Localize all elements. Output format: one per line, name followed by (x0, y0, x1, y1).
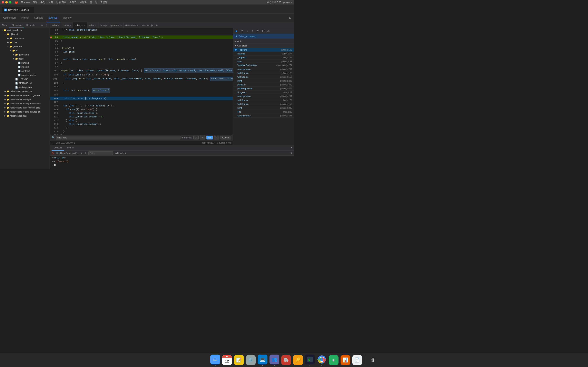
tree-generators[interactable]: ▶ 📁 generators (0, 53, 50, 57)
tree-generator[interactable]: ▼ 📁 generator (0, 44, 50, 49)
breakpoint-area-90[interactable] (50, 36, 52, 38)
menu-chrome[interactable]: Chrome (21, 1, 30, 4)
source-tab-base[interactable]: base.js (98, 22, 109, 28)
code-line-100[interactable]: 100 if (this._map && str[0] !== "\\n") { (50, 73, 233, 77)
prev-match-button[interactable]: ∧ (193, 136, 199, 140)
call-stack-item-5[interactable]: (anonymous) printer.js:287 (233, 67, 294, 71)
tree-helper-binary[interactable]: ▶ 📁 helper-builder-binary-assignment-... (0, 93, 50, 98)
call-stack-item-9[interactable]: printJoin printer.js:350 (233, 83, 294, 87)
tab-console[interactable]: Console (32, 13, 45, 22)
eye-icon[interactable]: 👁 (85, 152, 87, 154)
step-into-button[interactable]: ↓ (245, 29, 249, 33)
code-line-104[interactable]: 104 this._buf.push(str);str = "const" (50, 89, 233, 93)
code-editor[interactable]: 88 } = this._sourcePosition; 89 (50, 28, 233, 145)
breakpoint-area-107[interactable] (50, 100, 52, 104)
code-line-92[interactable]: 92 (50, 43, 233, 47)
bottom-tab-search[interactable]: Search (65, 145, 76, 151)
deactivate-breakpoints-button[interactable]: ⬡ (261, 29, 265, 33)
code-line-94[interactable]: 94 let item; (50, 50, 233, 54)
next-match-button[interactable]: ∨ (200, 136, 205, 140)
breakpoint-area-110[interactable] (50, 111, 52, 115)
breakpoint-area-112[interactable] (50, 119, 52, 122)
maximize-button[interactable] (9, 1, 11, 3)
tree-babel[interactable]: ▼ 📁 @babel (0, 32, 50, 36)
tab-filesystem[interactable]: Filesystem (9, 22, 24, 28)
step-back-button[interactable]: ↶ (256, 29, 260, 33)
code-line-106[interactable]: 106 this._last = str[str.length - 1]; (50, 97, 233, 100)
tree-lib[interactable]: ▼ 📁 lib (0, 49, 50, 53)
menu-edit[interactable]: 수정 (40, 1, 45, 4)
code-line-95[interactable]: 95 (50, 54, 233, 58)
code-line-102[interactable]: 102 } (50, 81, 233, 85)
code-line-101[interactable]: 101 this._map.mark(this._position.line, … (50, 77, 233, 81)
source-tab-statements[interactable]: statements.js (123, 22, 140, 28)
breakpoint-area-98[interactable] (50, 65, 52, 68)
tab-node[interactable]: Node (0, 22, 9, 28)
call-stack-item-8[interactable]: print printer.js:286 (233, 79, 294, 83)
tab-sources[interactable]: Sources (46, 13, 60, 22)
breakpoint-area-104[interactable] (50, 89, 52, 92)
code-line-112[interactable]: 112 } else { (50, 119, 233, 122)
add-folder-icon[interactable]: + (40, 23, 44, 27)
source-tab-webpack[interactable]: webpack.js (140, 22, 155, 28)
tree-helper-react-jsx[interactable]: ▶ 📁 helper-builder-react-jsx (0, 98, 50, 101)
breakpoint-area-103[interactable] (50, 85, 52, 89)
breakpoint-area-114[interactable] (50, 126, 52, 130)
call-stack-item-16[interactable]: File base.js:20 (233, 110, 294, 114)
code-line-105[interactable]: 105 (50, 93, 233, 97)
code-line-98[interactable]: 98 (50, 65, 233, 68)
more-tabs-icon[interactable]: » (155, 22, 159, 28)
menu-view[interactable]: 보기 (48, 1, 53, 4)
regex-button[interactable]: .* (214, 136, 219, 140)
breakpoint-area-89[interactable] (50, 32, 52, 35)
more-options-icon[interactable]: ⋮ (44, 23, 49, 27)
tree-core[interactable]: ▶ 📁 core (0, 40, 50, 44)
breakpoint-area-113[interactable] (50, 122, 52, 126)
close-button[interactable] (2, 1, 4, 3)
tree-helper-react-jsx-exp[interactable]: ▶ 📁 helper-builder-react-jsx-experimer (0, 101, 50, 106)
call-stack-section-header[interactable]: ▼ Call Stack (233, 43, 294, 48)
call-stack-item-7[interactable]: withSource printer.js:153 (233, 75, 294, 79)
code-line-90[interactable]: 90 this._queue.unshift([str, line, colum… (50, 35, 233, 39)
minimize-button[interactable] (5, 1, 8, 3)
breakpoint-area-99[interactable] (50, 69, 52, 73)
code-line-99[interactable]: 99 _append(str, line, column, identifier… (50, 68, 233, 73)
code-line-108[interactable]: 108 for (let i = 0; i < str.length; i++)… (50, 104, 233, 108)
tree-node[interactable]: ▶ 📁 node (0, 57, 50, 61)
code-line-114[interactable]: 114 } (50, 126, 233, 130)
call-stack-item-17[interactable]: (anonymous) printer.js:287 (233, 114, 294, 118)
call-stack-item-15[interactable]: print printer.js:286 (233, 106, 294, 110)
breakpoint-area-96[interactable] (50, 58, 52, 61)
bottom-tab-console[interactable]: Console (52, 145, 64, 151)
console-filter-input[interactable] (88, 151, 113, 155)
step-over-button[interactable]: ↷ (240, 29, 244, 33)
step-out-button[interactable]: ↑ (251, 29, 255, 33)
tab-memory[interactable]: Memory (60, 13, 74, 22)
code-line-103[interactable]: 103 (50, 85, 233, 89)
close-tab-icon[interactable]: ✕ (84, 24, 85, 26)
traffic-lights[interactable] (2, 1, 11, 3)
tab-connection[interactable]: Connection (1, 13, 18, 22)
tree-helper-regexp[interactable]: ▶ 📁 helper-create-regexp-features-plu (0, 110, 50, 114)
resume-button[interactable]: ▶ (234, 29, 239, 33)
source-tab-index2[interactable]: index.js (87, 22, 98, 28)
watch-section-header[interactable]: ▶ Watch (233, 39, 294, 43)
apple-icon[interactable]: 🍎 (15, 1, 18, 4)
code-line-91[interactable]: 91 } (50, 39, 233, 43)
breakpoint-area-109[interactable] (50, 108, 52, 111)
source-tab-generate[interactable]: generate.js (109, 22, 123, 28)
tree-readme[interactable]: ▶ 📄 README.md (0, 81, 50, 85)
call-stack-item-6[interactable]: withSource buffer.js:172 (233, 71, 294, 75)
code-line-107[interactable]: 107 (50, 100, 233, 104)
code-line-109[interactable]: 109 if (str[i] === "\\n") { (50, 108, 233, 111)
tab-profiler[interactable]: Profiler (18, 13, 31, 22)
code-line-88[interactable]: 88 } = this._sourcePosition; (50, 28, 233, 32)
search-input[interactable] (56, 136, 181, 140)
tree-helper-annotate[interactable]: ▶ 📁 helper-annotate-as-pure (0, 89, 50, 93)
tree-printer-js[interactable]: ▶ 📄 printer.js (0, 69, 50, 73)
console-clear-icon[interactable]: 🚫 (52, 152, 54, 154)
chrome-tab-devtools[interactable]: D DevTools - Node.js (2, 7, 34, 13)
tab-snippets[interactable]: Snippets (24, 22, 37, 28)
breakpoint-area-111[interactable] (50, 115, 52, 119)
tree-helper-class-features[interactable]: ▶ 📁 helper-create-class-features-plugi (0, 106, 50, 110)
